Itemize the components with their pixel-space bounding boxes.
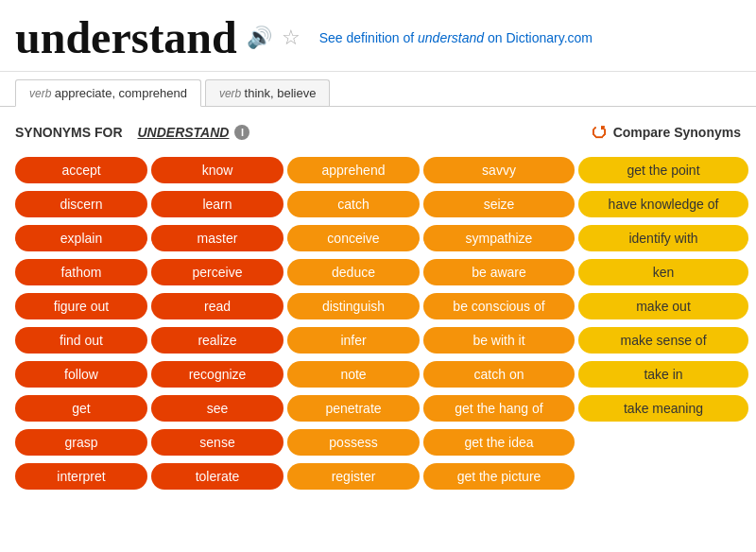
synonym-pill[interactable]: figure out: [15, 293, 147, 319]
synonym-pill[interactable]: master: [151, 225, 284, 251]
synonyms-title: SYNONYMS FOR understand i: [15, 125, 249, 140]
synonym-pill[interactable]: seize: [423, 191, 575, 217]
synonym-pill[interactable]: fathom: [15, 259, 147, 285]
synonym-pill[interactable]: get the hang of: [423, 395, 575, 422]
synonym-pill[interactable]: get the idea: [423, 429, 575, 456]
synonym-pill[interactable]: find out: [15, 327, 147, 354]
synonym-column-col1: acceptdiscernexplainfathomfigure outfind…: [15, 157, 147, 490]
synonym-pill[interactable]: identify with: [578, 225, 748, 251]
synonym-pill[interactable]: discern: [15, 191, 147, 217]
synonym-pill[interactable]: distinguish: [287, 293, 420, 319]
compare-icon: ⭯: [591, 122, 608, 142]
synonym-pill[interactable]: get: [15, 395, 147, 422]
synonym-pill[interactable]: get the point: [578, 157, 748, 183]
synonym-pill[interactable]: know: [151, 157, 284, 183]
synonym-pill[interactable]: catch: [287, 191, 420, 217]
tab1-pos: verb: [29, 87, 55, 100]
synonym-pill[interactable]: learn: [151, 191, 284, 217]
synonym-pill[interactable]: note: [287, 361, 420, 388]
synonym-pill[interactable]: follow: [15, 361, 147, 388]
synonym-pill[interactable]: sense: [151, 429, 284, 456]
synonym-pill[interactable]: grasp: [15, 429, 147, 456]
synonym-pill[interactable]: see: [151, 395, 284, 422]
header: understand 🔊 ☆ See definition of underst…: [0, 0, 756, 72]
synonym-pill[interactable]: take meaning: [578, 395, 748, 422]
synonym-column-col2: knowlearnmasterperceivereadrealizerecogn…: [151, 157, 284, 490]
compare-label: Compare Synonyms: [613, 125, 741, 140]
synonym-pill[interactable]: tolerate: [151, 463, 284, 490]
synonym-pill[interactable]: perceive: [151, 259, 284, 285]
synonym-pill[interactable]: savvy: [423, 157, 575, 183]
synonym-column-col5: get the pointhave knowledge ofidentify w…: [578, 157, 748, 422]
synonym-pill[interactable]: be aware: [423, 259, 575, 285]
synonyms-word: understand: [137, 125, 229, 140]
synonym-pill[interactable]: ken: [578, 259, 748, 285]
synonym-pill[interactable]: catch on: [423, 361, 575, 388]
synonym-pill[interactable]: have knowledge of: [578, 191, 748, 217]
synonym-pill[interactable]: conceive: [287, 225, 420, 251]
synonym-pill[interactable]: be with it: [423, 327, 575, 354]
synonym-pill[interactable]: possess: [287, 429, 420, 456]
synonym-column-col4: savvyseizesympathizebe awarebe conscious…: [423, 157, 575, 490]
tab2-label: think, believe: [245, 86, 317, 100]
synonym-pill[interactable]: make out: [578, 293, 748, 319]
synonym-pill[interactable]: register: [287, 463, 420, 490]
synonym-pill[interactable]: realize: [151, 327, 284, 354]
tab1-label: appreciate, comprehend: [55, 86, 187, 100]
compare-synonyms-button[interactable]: ⭯ Compare Synonyms: [591, 122, 741, 142]
info-icon[interactable]: i: [234, 125, 249, 140]
synonym-column-col3: apprehendcatchconceivededucedistinguishi…: [287, 157, 420, 490]
synonym-pill[interactable]: make sense of: [578, 327, 748, 354]
synonym-pill[interactable]: take in: [578, 361, 748, 388]
synonyms-header: SYNONYMS FOR understand i ⭯ Compare Syno…: [15, 122, 741, 142]
speaker-icon[interactable]: 🔊: [247, 26, 272, 50]
tab-think[interactable]: verb think, believe: [205, 79, 331, 106]
synonym-pill[interactable]: recognize: [151, 361, 284, 388]
dict-link-word: understand: [418, 30, 484, 45]
main-word: understand: [15, 11, 237, 63]
content: SYNONYMS FOR understand i ⭯ Compare Syno…: [0, 107, 756, 505]
synonym-pill[interactable]: accept: [15, 157, 147, 183]
synonym-pill[interactable]: read: [151, 293, 284, 319]
synonyms-for-label: SYNONYMS FOR: [15, 125, 123, 140]
synonym-pill[interactable]: infer: [287, 327, 420, 354]
synonym-pill[interactable]: interpret: [15, 463, 147, 490]
tab2-pos: verb: [219, 87, 245, 100]
pills-grid: acceptdiscernexplainfathomfigure outfind…: [15, 157, 741, 490]
synonym-pill[interactable]: explain: [15, 225, 147, 251]
star-icon[interactable]: ☆: [282, 26, 301, 50]
synonym-pill[interactable]: get the picture: [423, 463, 575, 490]
tab-appreciate[interactable]: verb appreciate, comprehend: [15, 79, 201, 107]
synonym-pill[interactable]: sympathize: [423, 225, 575, 251]
synonym-pill[interactable]: deduce: [287, 259, 420, 285]
synonym-pill[interactable]: penetrate: [287, 395, 420, 422]
dict-link[interactable]: See definition of understand on Dictiona…: [319, 30, 593, 45]
synonym-pill[interactable]: apprehend: [287, 157, 420, 183]
tabs: verb appreciate, comprehend verb think, …: [0, 72, 756, 107]
synonym-pill[interactable]: be conscious of: [423, 293, 575, 319]
